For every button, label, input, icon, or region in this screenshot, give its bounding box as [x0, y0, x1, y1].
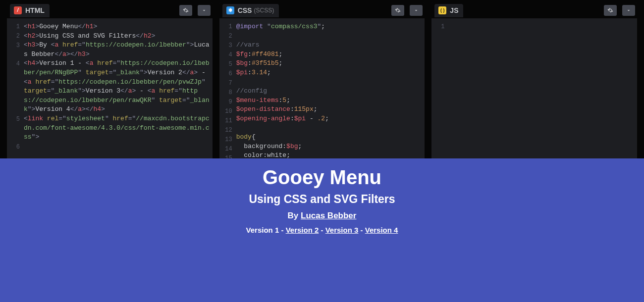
code-area[interactable]: <h1>Gooey Menu</h1><h2>Using CSS and SVG… — [24, 22, 213, 158]
panel-settings-button[interactable] — [391, 5, 404, 16]
by-label: By — [288, 211, 301, 220]
panel-expand-button[interactable] — [622, 5, 635, 16]
panel-tab-js[interactable]: ( ) JS — [434, 4, 463, 17]
panel-header-html: / HTML — [7, 2, 213, 18]
chevron-down-icon — [626, 7, 632, 13]
preview-h1: Gooey Menu — [0, 166, 644, 189]
version-link[interactable]: Version 2 — [286, 226, 319, 234]
version-link[interactable]: Version 3 — [325, 226, 359, 234]
code-area[interactable] — [448, 22, 637, 158]
css-icon: ✱ — [226, 6, 234, 14]
panel-expand-button[interactable] — [410, 5, 423, 16]
gutter: 123456 — [7, 22, 24, 158]
js-icon: ( ) — [438, 6, 446, 14]
version-link[interactable]: Version 4 — [365, 226, 398, 234]
preview-versions: Version 1 - Version 2 - Version 3 - Vers… — [0, 226, 644, 234]
gear-icon — [607, 7, 613, 13]
panel-html: / HTML 123456 <h1>Gooey Menu</h1><h2>Usi… — [7, 2, 213, 158]
code-body-html[interactable]: 123456 <h1>Gooey Menu</h1><h2>Using CSS … — [7, 18, 213, 158]
html-icon: / — [14, 6, 22, 14]
panel-js: ( ) JS 1 — [431, 2, 637, 158]
panel-subtitle: (SCSS) — [254, 7, 274, 14]
panel-header-js: ( ) JS — [431, 2, 637, 18]
gutter: 123456789101112131415 — [219, 22, 236, 158]
panel-title: CSS — [238, 6, 252, 14]
gear-icon — [183, 7, 189, 13]
preview-pane: Gooey Menu Using CSS and SVG Filters By … — [0, 158, 644, 302]
code-body-js[interactable]: 1 — [431, 18, 637, 158]
panel-header-css: ✱ CSS (SCSS) — [219, 2, 425, 18]
gutter: 1 — [431, 22, 448, 158]
panel-title: JS — [450, 6, 458, 14]
sep: - — [358, 226, 365, 234]
panel-css: ✱ CSS (SCSS) 123456789101112131415 @impo… — [219, 2, 425, 158]
gear-icon — [395, 7, 401, 13]
preview-h2: Using CSS and SVG Filters — [0, 193, 644, 206]
sep: - — [279, 226, 285, 234]
author-link[interactable]: Lucas Bebber — [301, 211, 356, 220]
code-body-css[interactable]: 123456789101112131415 @import "compass/c… — [219, 18, 425, 158]
preview-byline: By Lucas Bebber — [0, 211, 644, 221]
panel-settings-button[interactable] — [604, 5, 617, 16]
editor-row: / HTML 123456 <h1>Gooey Menu</h1><h2>Usi… — [0, 0, 644, 158]
panel-tab-html[interactable]: / HTML — [10, 4, 50, 17]
chevron-down-icon — [201, 7, 207, 13]
code-area[interactable]: @import "compass/css3"; //vars$fg:#ff408… — [236, 22, 425, 158]
panel-expand-button[interactable] — [198, 5, 211, 16]
panel-title: HTML — [25, 6, 45, 14]
version-current: Version 1 — [246, 226, 279, 234]
chevron-down-icon — [413, 7, 419, 13]
panel-settings-button[interactable] — [179, 5, 192, 16]
sep: - — [319, 226, 325, 234]
panel-tab-css[interactable]: ✱ CSS (SCSS) — [222, 4, 279, 17]
